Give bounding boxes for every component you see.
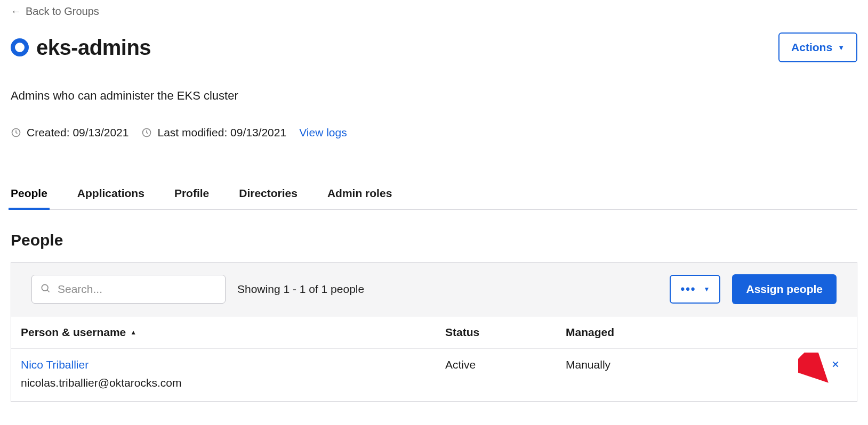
people-panel: Showing 1 - 1 of 1 people ••• ▼ Assign p… — [11, 262, 857, 402]
tab-directories[interactable]: Directories — [239, 187, 298, 209]
person-email: nicolas.triballier@oktarocks.com — [21, 377, 445, 389]
table-row: Nico Triballier nicolas.triballier@oktar… — [11, 349, 857, 402]
chevron-down-icon: ▼ — [838, 44, 845, 52]
clock-icon — [141, 127, 152, 138]
col-header-person-label: Person & username — [21, 326, 126, 339]
more-options-button[interactable]: ••• ▼ — [670, 275, 720, 304]
table-header: Person & username ▲ Status Managed — [11, 316, 857, 349]
clock-icon — [11, 127, 21, 138]
search-icon — [40, 283, 51, 296]
actions-button[interactable]: Actions ▼ — [778, 32, 857, 62]
svg-line-3 — [47, 290, 50, 292]
cell-action — [758, 358, 847, 371]
actions-label: Actions — [791, 41, 832, 54]
tab-profile[interactable]: Profile — [174, 187, 209, 209]
ellipsis-icon: ••• — [680, 283, 696, 295]
col-header-status[interactable]: Status — [445, 326, 566, 339]
view-logs-link[interactable]: View logs — [299, 126, 347, 139]
cell-managed: Manually — [566, 358, 758, 371]
back-label: Back to Groups — [26, 5, 99, 18]
svg-point-2 — [42, 284, 48, 291]
group-circle-icon — [11, 38, 29, 56]
section-title: People — [11, 231, 857, 249]
page-title: eks-admins — [36, 36, 151, 60]
tabs: People Applications Profile Directories … — [11, 187, 857, 210]
cell-status: Active — [445, 358, 566, 371]
tab-admin-roles[interactable]: Admin roles — [327, 187, 392, 209]
meta-row: Created: 09/13/2021 Last modified: 09/13… — [11, 126, 857, 139]
created-text: Created: 09/13/2021 — [27, 126, 128, 139]
chevron-down-icon: ▼ — [704, 285, 710, 293]
search-wrap — [31, 275, 226, 304]
search-input[interactable] — [31, 275, 226, 304]
tab-applications[interactable]: Applications — [77, 187, 144, 209]
assign-people-button[interactable]: Assign people — [732, 274, 837, 304]
modified-text: Last modified: 09/13/2021 — [157, 126, 286, 139]
created-meta: Created: 09/13/2021 — [11, 126, 128, 139]
title-left: eks-admins — [11, 36, 151, 60]
group-description: Admins who can administer the EKS cluste… — [11, 89, 857, 103]
col-header-person[interactable]: Person & username ▲ — [21, 326, 445, 339]
person-name-link[interactable]: Nico Triballier — [21, 358, 89, 371]
remove-user-button[interactable] — [831, 355, 847, 371]
modified-meta: Last modified: 09/13/2021 — [141, 126, 286, 139]
cell-person: Nico Triballier nicolas.triballier@oktar… — [21, 358, 445, 389]
col-header-action — [758, 326, 847, 339]
sort-asc-icon: ▲ — [130, 329, 136, 336]
tab-people[interactable]: People — [11, 187, 47, 209]
showing-text: Showing 1 - 1 of 1 people — [237, 283, 364, 296]
arrow-left-icon: ← — [11, 5, 21, 18]
panel-toolbar: Showing 1 - 1 of 1 people ••• ▼ Assign p… — [11, 263, 857, 316]
col-header-managed[interactable]: Managed — [566, 326, 758, 339]
back-to-groups-link[interactable]: ← Back to Groups — [11, 5, 99, 18]
title-row: eks-admins Actions ▼ — [11, 32, 857, 62]
